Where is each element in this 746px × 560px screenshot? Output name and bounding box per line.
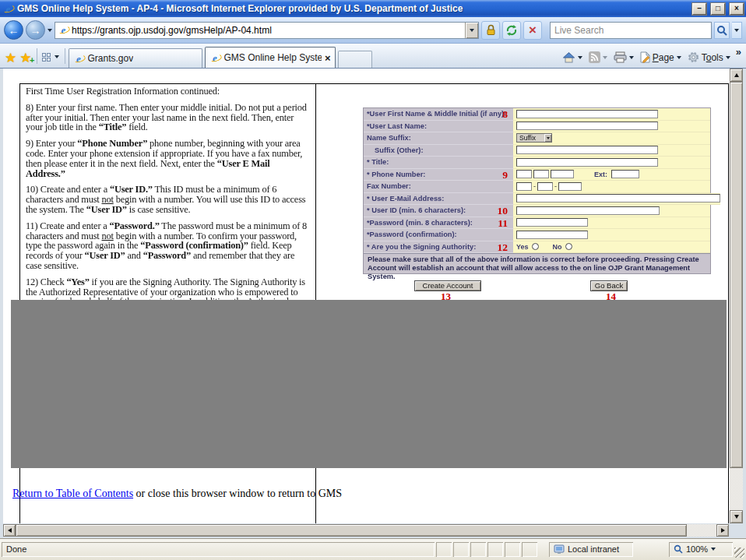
form-row: Name Suffix:Suffix — [364, 132, 710, 145]
horizontal-scroll-thumb[interactable] — [16, 524, 687, 537]
forward-button[interactable]: → — [26, 20, 45, 40]
favorites-center-button[interactable]: ★ — [5, 51, 16, 65]
quick-tabs-button[interactable] — [42, 53, 51, 62]
form-field: Suffix — [513, 132, 710, 145]
toolbar-overflow-chevron[interactable]: » — [736, 46, 741, 58]
form-label-text: *User First Name & Middle Initial (if an… — [367, 110, 506, 118]
new-tab-stub[interactable] — [338, 51, 372, 68]
ie-logo-icon: e — [2, 3, 14, 15]
form-row: *User First Name & Middle Initial (if an… — [364, 108, 710, 121]
scroll-left-button[interactable] — [3, 524, 16, 537]
arrow-right-icon — [721, 528, 727, 533]
vertical-scroll-track[interactable] — [730, 468, 743, 510]
zoom-dropdown-icon[interactable] — [711, 548, 716, 551]
form-label: Name Suffix: — [364, 132, 513, 145]
address-dropdown[interactable] — [465, 23, 478, 38]
close-tab-icon[interactable]: × — [325, 53, 331, 63]
form-text-input — [611, 170, 639, 178]
form-row: *Password (confirmation): — [364, 229, 710, 241]
restore-button[interactable]: □ — [711, 3, 725, 15]
form-field: Ext: — [513, 169, 710, 181]
zoom-control[interactable]: 100% — [669, 542, 733, 557]
site-favicon-icon: e — [58, 24, 69, 36]
rss-icon — [589, 51, 600, 63]
form-label: * Are you the Signing Authority:12 — [364, 241, 513, 254]
form-text-input — [516, 170, 532, 178]
tab-favicon-icon: e — [73, 53, 85, 65]
tools-menu-button[interactable]: Tools — [685, 51, 733, 64]
horizontal-scroll-track[interactable] — [687, 524, 716, 537]
security-zone-label: Local intranet — [568, 544, 619, 554]
form-label-text: * Phone Number: — [367, 171, 425, 178]
help-paragraph: 9) Enter your “Phone Number” phone numbe… — [26, 139, 311, 178]
form-text-input — [516, 218, 588, 227]
gray-redaction-block — [11, 300, 727, 468]
form-note: Please make sure that all of the above i… — [364, 253, 710, 273]
form-label-text: * User ID (min. 6 characters): — [367, 206, 466, 214]
go-back-button-image: Go Back — [590, 280, 628, 291]
gear-icon — [688, 51, 699, 63]
form-label-text: Suffix (Other): — [367, 146, 424, 154]
home-button[interactable] — [560, 51, 585, 64]
status-segment — [436, 542, 452, 557]
print-button[interactable] — [611, 51, 636, 64]
stop-button[interactable]: × — [523, 21, 542, 40]
command-bar: Page Tools — [560, 51, 733, 64]
form-field: YesNo — [513, 241, 710, 254]
history-dropdown-icon[interactable] — [48, 29, 52, 32]
tab-list-dropdown[interactable] — [55, 55, 59, 58]
scroll-up-button[interactable] — [730, 69, 743, 82]
form-field: -- — [513, 181, 710, 193]
tab-grants-gov[interactable]: e Grants.gov — [69, 48, 202, 68]
status-text: Done — [2, 542, 435, 557]
search-button[interactable] — [714, 22, 730, 39]
form-text-input — [516, 182, 532, 191]
close-button[interactable]: × — [730, 3, 744, 15]
radio-label: Yes — [516, 243, 529, 251]
tab-gms-help-active[interactable]: e GMS Online Help System ... × — [205, 47, 336, 68]
tab-label: GMS Online Help System ... — [224, 52, 322, 63]
form-text-input — [516, 194, 720, 203]
form-text-input — [516, 231, 588, 239]
form-row: * User ID (min. 6 characters):10 — [364, 205, 710, 217]
arrow-down-icon — [734, 515, 739, 521]
printer-icon — [614, 51, 627, 63]
form-field — [513, 145, 710, 157]
add-favorite-button[interactable]: ★+ — [19, 51, 31, 65]
resize-grip[interactable] — [734, 548, 744, 558]
browser-window: e GMS Online Help System - AP-4 - Micros… — [0, 0, 746, 560]
minimize-button[interactable]: – — [692, 3, 706, 15]
feeds-button[interactable] — [586, 51, 610, 64]
form-step-number: 9 — [502, 169, 508, 181]
intranet-icon — [554, 544, 565, 555]
separator — [37, 48, 37, 64]
search-options-dropdown[interactable] — [732, 22, 742, 39]
form-text-input — [516, 206, 660, 215]
refresh-icon — [505, 24, 518, 37]
scroll-right-button[interactable] — [716, 524, 729, 537]
scroll-down-button[interactable] — [730, 510, 743, 523]
form-row: *User Last Name: — [364, 121, 710, 133]
back-button[interactable]: ← — [4, 20, 23, 40]
tab-favicon-icon: e — [209, 52, 221, 64]
ext-label: Ext: — [594, 171, 607, 178]
security-lock-button[interactable] — [481, 21, 500, 40]
arrow-up-icon — [734, 71, 739, 77]
refresh-button[interactable] — [502, 21, 521, 40]
vertical-scroll-thumb[interactable] — [730, 82, 743, 468]
address-bar[interactable]: e https://grants.ojp.usdoj.gov/gmsHelp/A… — [55, 22, 479, 39]
form-text-input — [516, 158, 658, 167]
page-menu-button[interactable]: Page — [638, 51, 684, 64]
zoom-level: 100% — [686, 544, 708, 554]
return-to-toc-link[interactable]: Return to Table of Contents — [12, 488, 133, 499]
horizontal-scrollbar — [3, 524, 729, 537]
window-title: GMS Online Help System - AP-4 - Microsof… — [17, 3, 688, 14]
create-account-button-image: Create Account — [414, 280, 481, 291]
registration-form-image: *User First Name & Middle Initial (if an… — [363, 107, 711, 274]
form-label: *Password (min. 8 characters):11 — [364, 217, 513, 230]
search-input[interactable]: Live Search — [550, 22, 712, 39]
dash: - — [554, 182, 557, 190]
form-text-input — [551, 170, 574, 178]
page-label-text: age — [659, 52, 674, 63]
title-bar: e GMS Online Help System - AP-4 - Micros… — [0, 0, 746, 17]
